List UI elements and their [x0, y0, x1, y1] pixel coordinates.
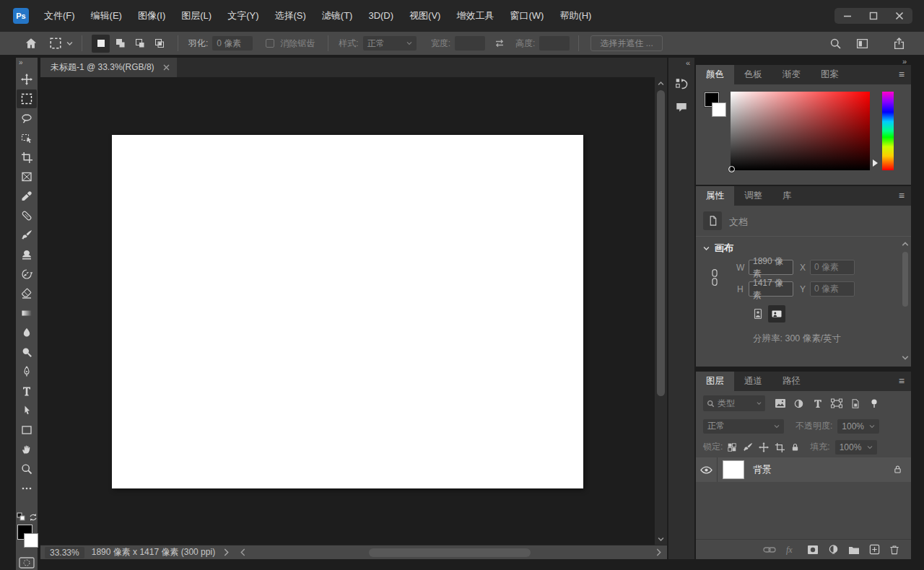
layer-row-background[interactable]: 背景	[696, 457, 911, 482]
tab-adjustments[interactable]: 调整	[734, 186, 772, 206]
workspace-button[interactable]	[856, 38, 868, 50]
tab-channels[interactable]: 通道	[734, 372, 772, 391]
tool-rectangular-marquee[interactable]	[17, 89, 37, 108]
opacity-dropdown[interactable]: 100%	[837, 419, 879, 434]
lock-artboard-icon[interactable]	[775, 442, 785, 452]
menu-image[interactable]: 图像(I)	[130, 0, 173, 32]
filter-pixel-layers-button[interactable]	[774, 398, 786, 410]
tool-spot-healing-brush[interactable]	[17, 206, 37, 225]
portrait-orientation-button[interactable]	[749, 305, 767, 323]
vertical-scrollbar[interactable]	[655, 77, 667, 545]
filter-type-layers-button[interactable]	[811, 398, 824, 410]
canvas[interactable]	[112, 135, 583, 488]
add-adjustment-icon[interactable]	[828, 544, 839, 555]
scroll-up-icon[interactable]	[658, 81, 664, 86]
tool-dodge[interactable]	[17, 343, 37, 361]
tool-history-brush[interactable]	[17, 265, 37, 284]
comments-panel-button[interactable]	[672, 98, 691, 115]
tool-edit-toolbar[interactable]	[17, 479, 37, 498]
tool-crop[interactable]	[17, 148, 37, 167]
hue-slider[interactable]	[882, 92, 894, 170]
properties-scrollbar[interactable]	[901, 240, 910, 361]
close-button[interactable]	[886, 8, 912, 24]
layers-empty-area[interactable]	[696, 482, 911, 539]
horizontal-scroll-thumb[interactable]	[369, 548, 531, 557]
menu-layer[interactable]: 图层(L)	[173, 0, 219, 32]
scroll-down-icon[interactable]	[902, 354, 909, 361]
anti-alias-checkbox[interactable]	[266, 39, 274, 48]
canvas-section-header[interactable]: 画布	[703, 242, 733, 255]
canvas-y-input[interactable]: 0 像素	[810, 281, 855, 297]
tab-color[interactable]: 颜色	[696, 65, 734, 84]
tool-clone-stamp[interactable]	[17, 245, 37, 264]
scroll-up-icon[interactable]	[902, 240, 909, 247]
tool-rectangle[interactable]	[17, 421, 37, 439]
default-colors-icon[interactable]	[17, 512, 26, 522]
maximize-button[interactable]	[860, 8, 886, 24]
quick-mask-button[interactable]	[19, 557, 35, 569]
layer-filter-select[interactable]: 类型	[703, 395, 765, 411]
tool-gradient[interactable]	[17, 304, 37, 323]
height-input[interactable]	[539, 36, 570, 51]
filter-toggle-button[interactable]	[868, 398, 880, 410]
panel-menu-icon[interactable]: ≡	[899, 375, 905, 387]
toolbar-flyout-chevron[interactable]: »	[16, 58, 38, 69]
document-tab[interactable]: 未标题-1 @ 33.3%(RGB/8)	[40, 58, 177, 77]
link-layers-icon[interactable]	[763, 545, 776, 554]
layer-visibility-toggle[interactable]	[696, 457, 718, 482]
hue-slider-arrow[interactable]	[873, 159, 878, 167]
tab-swatches[interactable]: 色板	[734, 65, 772, 84]
hscroll-right-icon[interactable]	[656, 548, 661, 556]
filter-smart-objects-button[interactable]	[849, 398, 861, 410]
menu-help[interactable]: 帮助(H)	[552, 0, 599, 32]
properties-scroll-thumb[interactable]	[902, 252, 908, 307]
collapse-dock-chevron[interactable]: «	[681, 58, 694, 69]
home-button[interactable]	[25, 37, 38, 50]
layer-thumbnail[interactable]	[723, 460, 744, 479]
minimize-button[interactable]	[834, 8, 860, 24]
tab-gradients[interactable]: 渐变	[772, 65, 811, 84]
blend-mode-dropdown[interactable]: 正常	[703, 419, 784, 434]
tab-libraries[interactable]: 库	[772, 186, 802, 206]
add-mask-icon[interactable]	[807, 545, 819, 555]
menu-view[interactable]: 视图(V)	[401, 0, 448, 32]
background-color-swatch[interactable]	[712, 102, 726, 117]
tab-paths[interactable]: 路径	[772, 372, 811, 391]
tab-layers[interactable]: 图层	[696, 372, 734, 391]
delete-layer-icon[interactable]	[889, 544, 899, 555]
tool-brush[interactable]	[17, 226, 37, 245]
tool-type[interactable]	[17, 382, 37, 400]
layer-lock-icon[interactable]	[893, 464, 902, 475]
fill-dropdown[interactable]: 100%	[835, 440, 877, 455]
tab-close-icon[interactable]	[163, 64, 170, 71]
hscroll-left-icon[interactable]	[240, 548, 245, 556]
share-button[interactable]	[893, 38, 905, 50]
tool-move[interactable]	[17, 70, 37, 89]
menu-select[interactable]: 选择(S)	[266, 0, 313, 32]
tool-hand[interactable]	[17, 440, 37, 459]
lock-pixels-icon[interactable]	[743, 442, 753, 452]
new-layer-icon[interactable]	[869, 544, 880, 555]
new-group-icon[interactable]	[848, 545, 860, 555]
subtract-from-selection-button[interactable]	[131, 35, 149, 53]
tool-frame[interactable]	[17, 167, 37, 186]
saturation-brightness-field[interactable]	[731, 92, 870, 170]
canvas-width-input[interactable]: 1890 像素	[749, 260, 793, 275]
menu-filter[interactable]: 滤镜(T)	[314, 0, 361, 32]
tool-zoom[interactable]	[17, 460, 37, 478]
swap-dimensions-button[interactable]	[494, 38, 505, 48]
tab-patterns[interactable]: 图案	[811, 65, 849, 84]
menu-file[interactable]: 文件(F)	[36, 0, 83, 32]
scroll-down-icon[interactable]	[658, 537, 664, 542]
canvas-height-input[interactable]: 1417 像素	[749, 281, 793, 297]
lock-all-icon[interactable]	[790, 442, 800, 452]
new-selection-button[interactable]	[92, 35, 110, 53]
tool-lasso[interactable]	[17, 109, 37, 128]
background-color-swatch[interactable]	[24, 533, 38, 548]
landscape-orientation-button[interactable]	[768, 305, 785, 323]
filter-adjustment-layers-button[interactable]	[793, 398, 805, 410]
link-dimensions-icon[interactable]	[710, 268, 720, 288]
canvas-x-input[interactable]: 0 像素	[810, 260, 855, 275]
history-panel-button[interactable]	[672, 75, 691, 92]
tool-path-selection[interactable]	[17, 401, 37, 420]
